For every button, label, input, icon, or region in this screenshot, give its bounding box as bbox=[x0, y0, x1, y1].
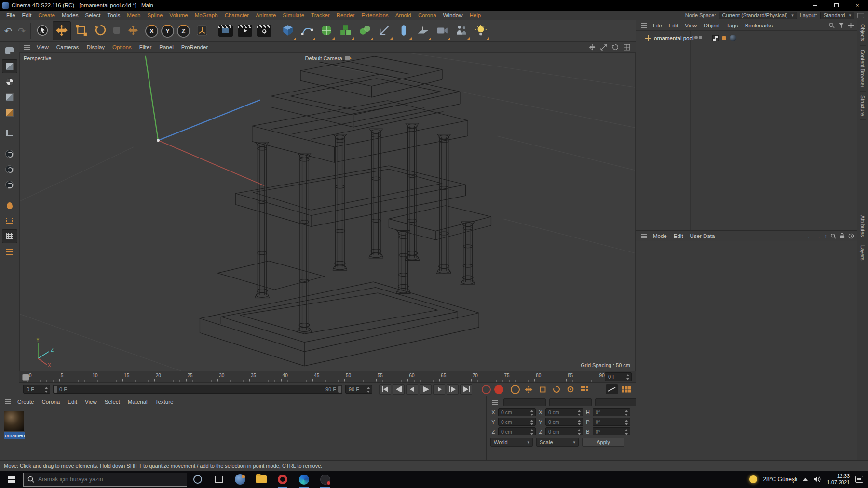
viewport-menu-item[interactable]: Display bbox=[82, 43, 108, 51]
spinner-icon[interactable] bbox=[626, 374, 630, 380]
taskbar-app-explorer[interactable] bbox=[251, 471, 272, 488]
preview-range-icon[interactable] bbox=[606, 384, 618, 394]
menu-item[interactable]: Animate bbox=[252, 12, 279, 19]
menu-item[interactable]: Extensions bbox=[358, 12, 392, 19]
spinner-icon[interactable] bbox=[624, 420, 628, 425]
subdivision-surface-button[interactable] bbox=[317, 21, 336, 40]
previous-key-button[interactable] bbox=[393, 384, 405, 395]
live-selection-button[interactable] bbox=[33, 21, 52, 40]
spline-helper-button[interactable] bbox=[375, 21, 393, 40]
maximize-button[interactable] bbox=[826, 0, 847, 11]
zoom-view-icon[interactable] bbox=[600, 44, 608, 51]
workplane-mode-button[interactable] bbox=[2, 126, 17, 140]
object-manager-menu-item[interactable]: Tags bbox=[723, 22, 741, 29]
current-frame-spinbox[interactable]: 0 F bbox=[23, 385, 50, 394]
start-button[interactable] bbox=[0, 471, 23, 488]
phong-tag-icon[interactable] bbox=[722, 36, 726, 40]
attribute-manager-menu-item[interactable]: Edit bbox=[670, 232, 687, 240]
texture-tag-icon[interactable] bbox=[730, 35, 736, 41]
menu-item[interactable]: Tools bbox=[104, 12, 123, 19]
scale-tool-button[interactable] bbox=[72, 21, 90, 40]
coord-size-field[interactable]: 0 cm bbox=[545, 408, 583, 416]
goto-start-button[interactable] bbox=[379, 384, 391, 395]
interface-icon[interactable] bbox=[857, 13, 864, 18]
minimize-button[interactable] bbox=[804, 0, 826, 11]
key-position-button[interactable] bbox=[523, 384, 534, 394]
spinner-icon[interactable] bbox=[624, 429, 628, 435]
visibility-dot-icon[interactable] bbox=[699, 36, 702, 39]
key-scale-button[interactable] bbox=[537, 384, 548, 394]
display-tag-icon[interactable] bbox=[712, 35, 719, 41]
coordinate-column-header[interactable]: -- bbox=[549, 398, 592, 406]
render-view-button[interactable] bbox=[217, 21, 235, 40]
material-menu-item[interactable]: Material bbox=[124, 398, 151, 406]
key-rotation-button[interactable] bbox=[551, 384, 562, 394]
menu-item[interactable]: Character bbox=[221, 12, 253, 19]
spinner-icon[interactable] bbox=[577, 420, 581, 425]
next-key-button[interactable] bbox=[447, 384, 459, 395]
points-mode-button[interactable] bbox=[2, 147, 17, 161]
play-button[interactable] bbox=[420, 384, 432, 395]
key-pla-button[interactable] bbox=[579, 384, 590, 394]
last-tool-button[interactable] bbox=[110, 21, 123, 40]
material-name[interactable]: ornamen... bbox=[4, 432, 25, 439]
viewport-menu-icon[interactable] bbox=[24, 47, 30, 48]
coord-position-field[interactable]: 0 cm bbox=[498, 427, 536, 435]
volume-icon[interactable] bbox=[814, 476, 821, 483]
spinner-icon[interactable] bbox=[624, 410, 628, 416]
add-icon[interactable] bbox=[848, 22, 854, 28]
object-manager-menu-item[interactable]: Edit bbox=[665, 22, 682, 29]
timeline-slider-handle[interactable] bbox=[22, 374, 29, 381]
coord-rotation-field[interactable]: 0° bbox=[593, 408, 630, 416]
taskbar-app-opera[interactable] bbox=[272, 471, 293, 488]
enable-quantizing-button[interactable] bbox=[2, 229, 17, 243]
camera-state-icon[interactable] bbox=[345, 56, 350, 60]
spinner-icon[interactable] bbox=[530, 410, 534, 416]
clock[interactable]: 12:33 1.07.2021 bbox=[827, 473, 850, 486]
coord-rotation-field[interactable]: 0° bbox=[593, 427, 630, 435]
menu-item[interactable]: MoGraph bbox=[191, 12, 221, 19]
cortana-button[interactable] bbox=[187, 471, 208, 488]
material-menu-item[interactable]: Create bbox=[14, 398, 38, 406]
coordinate-system-button[interactable] bbox=[193, 21, 211, 40]
search-icon[interactable] bbox=[828, 22, 835, 28]
object-mode-button[interactable] bbox=[2, 90, 17, 104]
gizmo-y-axis[interactable] bbox=[146, 56, 159, 141]
viewport-menu-item[interactable]: Options bbox=[108, 43, 136, 51]
menu-item[interactable]: Corona bbox=[415, 12, 440, 19]
panel-tab[interactable]: Content Browser bbox=[860, 46, 866, 92]
object-manager-menu-icon[interactable] bbox=[641, 25, 647, 26]
menu-item[interactable]: Spline bbox=[144, 12, 166, 19]
edges-mode-button[interactable] bbox=[2, 162, 17, 176]
menu-item[interactable]: Volume bbox=[166, 12, 191, 19]
search-input[interactable] bbox=[38, 476, 173, 483]
tray-chevron-icon[interactable] bbox=[803, 478, 808, 481]
search-icon[interactable] bbox=[830, 233, 836, 239]
redo-button[interactable]: ↷ bbox=[15, 21, 28, 40]
up-icon[interactable]: ↑ bbox=[825, 233, 827, 239]
object-row[interactable]: ornamental pool bbox=[638, 34, 855, 42]
action-center-icon[interactable] bbox=[855, 476, 863, 483]
attribute-manager-menu-item[interactable]: User Data bbox=[687, 232, 719, 240]
autokey-button[interactable] bbox=[494, 385, 503, 394]
panel-tab[interactable]: Objects bbox=[860, 20, 866, 46]
menu-item[interactable]: Create bbox=[35, 12, 58, 19]
polygons-mode-button[interactable] bbox=[2, 178, 17, 192]
spinner-icon[interactable] bbox=[366, 387, 370, 393]
viewport-menu-item[interactable]: View bbox=[33, 43, 53, 51]
task-view-button[interactable] bbox=[208, 471, 230, 488]
rotate-view-icon[interactable] bbox=[611, 44, 619, 51]
object-manager-menu-item[interactable]: Bookmarks bbox=[742, 22, 776, 29]
menu-item[interactable]: Simulate bbox=[279, 12, 308, 19]
menu-item[interactable]: Edit bbox=[19, 12, 35, 19]
close-button[interactable]: × bbox=[847, 0, 868, 11]
add-spline-button[interactable] bbox=[298, 21, 316, 40]
menu-item[interactable]: Window bbox=[440, 12, 466, 19]
keyframe-selection-button[interactable] bbox=[511, 385, 520, 394]
frame-range-slider[interactable]: 0 F 90 F bbox=[53, 385, 342, 394]
spinner-icon[interactable] bbox=[530, 420, 534, 425]
menu-item[interactable]: Mesh bbox=[123, 12, 144, 19]
axis-lock-button[interactable]: Y bbox=[161, 25, 174, 38]
coord-position-field[interactable]: 0 cm bbox=[498, 418, 536, 426]
weather-text[interactable]: 28°C Güneşli bbox=[763, 476, 797, 483]
